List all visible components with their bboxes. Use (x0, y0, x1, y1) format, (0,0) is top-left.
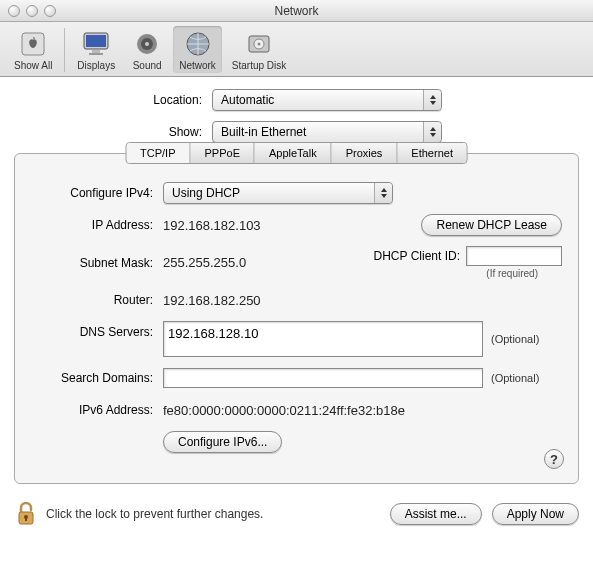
apply-now-button[interactable]: Apply Now (492, 503, 579, 525)
toolbar-displays[interactable]: Displays (71, 26, 121, 73)
ipv6-address-label: IPv6 Address: (31, 403, 163, 417)
lock-icon[interactable] (14, 500, 38, 528)
search-domains-input[interactable] (163, 368, 483, 388)
chevron-updown-icon (374, 183, 392, 203)
svg-rect-2 (86, 35, 106, 47)
dns-optional: (Optional) (491, 333, 539, 345)
titlebar: Network (0, 0, 593, 22)
tab-appletalk[interactable]: AppleTalk (255, 143, 332, 163)
location-popup[interactable]: Automatic (212, 89, 442, 111)
display-icon (80, 28, 112, 60)
chevron-updown-icon (423, 122, 441, 142)
svg-rect-14 (25, 518, 27, 521)
toolbar-label: Startup Disk (232, 60, 286, 71)
show-label: Show: (14, 125, 212, 139)
toolbar-show-all[interactable]: Show All (8, 26, 58, 73)
search-domains-label: Search Domains: (31, 371, 163, 385)
toolbar-network[interactable]: Network (173, 26, 222, 73)
show-popup[interactable]: Built-in Ethernet (212, 121, 442, 143)
tab-bar: TCP/IP PPPoE AppleTalk Proxies Ethernet (125, 142, 468, 164)
tab-ethernet[interactable]: Ethernet (397, 143, 467, 163)
lock-text: Click the lock to prevent further change… (46, 507, 263, 521)
window-title: Network (0, 4, 593, 18)
ipv6-address-value: fe80:0000:0000:0000:0211:24ff:fe32:b18e (163, 403, 405, 418)
dhcp-client-id-input[interactable] (466, 246, 562, 266)
settings-panel: TCP/IP PPPoE AppleTalk Proxies Ethernet … (14, 153, 579, 484)
configure-ipv4-value: Using DHCP (172, 186, 240, 200)
toolbar-sound[interactable]: Sound (125, 26, 169, 73)
toolbar-label: Network (179, 60, 216, 71)
renew-dhcp-button[interactable]: Renew DHCP Lease (421, 214, 562, 236)
disk-icon (243, 28, 275, 60)
location-value: Automatic (221, 93, 274, 107)
dhcp-client-id-label: DHCP Client ID: (374, 249, 460, 263)
help-button[interactable]: ? (544, 449, 564, 469)
router-label: Router: (31, 293, 163, 307)
ip-address-value: 192.168.182.103 (163, 218, 261, 233)
tab-proxies[interactable]: Proxies (332, 143, 398, 163)
svg-point-7 (145, 42, 149, 46)
tab-tcpip[interactable]: TCP/IP (126, 143, 190, 164)
tab-pppoe[interactable]: PPPoE (191, 143, 255, 163)
search-optional: (Optional) (491, 372, 539, 384)
subnet-mask-label: Subnet Mask: (31, 256, 163, 270)
svg-rect-4 (89, 53, 103, 55)
dns-servers-input[interactable] (163, 321, 483, 357)
speaker-icon (131, 28, 163, 60)
router-value: 192.168.182.250 (163, 293, 261, 308)
subnet-mask-value: 255.255.255.0 (163, 255, 246, 270)
toolbar-separator (64, 28, 65, 72)
configure-ipv6-button[interactable]: Configure IPv6... (163, 431, 282, 453)
toolbar-label: Sound (133, 60, 162, 71)
configure-ipv4-popup[interactable]: Using DHCP (163, 182, 393, 204)
toolbar-label: Displays (77, 60, 115, 71)
footer: Click the lock to prevent further change… (0, 484, 593, 544)
toolbar-label: Show All (14, 60, 52, 71)
ip-address-label: IP Address: (31, 218, 163, 232)
location-label: Location: (14, 93, 212, 107)
assist-me-button[interactable]: Assist me... (390, 503, 482, 525)
toolbar-startup-disk[interactable]: Startup Disk (226, 26, 292, 73)
apple-icon (17, 28, 49, 60)
globe-icon (182, 28, 214, 60)
toolbar: Show All Displays Sound Network Startup … (0, 22, 593, 77)
show-value: Built-in Ethernet (221, 125, 306, 139)
svg-rect-3 (92, 50, 100, 53)
dns-servers-label: DNS Servers: (31, 321, 163, 339)
svg-point-11 (258, 43, 261, 46)
dhcp-client-note: (If required) (486, 268, 538, 279)
chevron-updown-icon (423, 90, 441, 110)
configure-ipv4-label: Configure IPv4: (31, 186, 163, 200)
